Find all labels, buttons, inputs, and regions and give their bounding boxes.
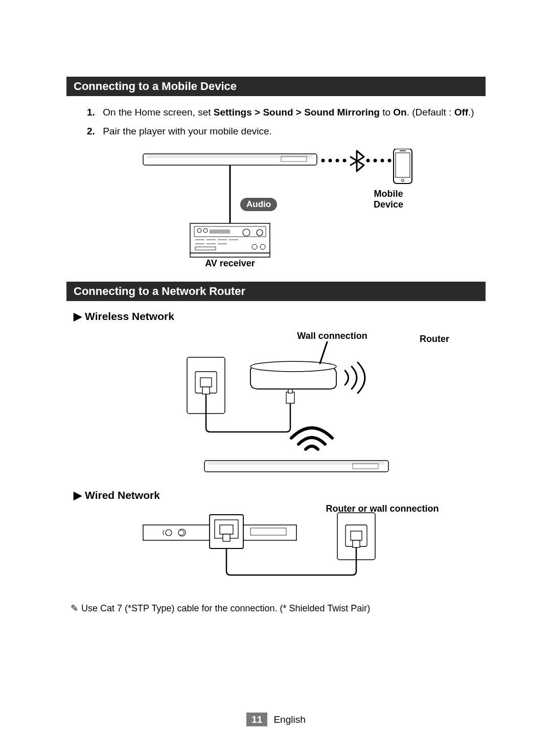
- svg-rect-39: [286, 392, 294, 403]
- heading-text: Wired Network: [85, 489, 160, 501]
- diagram-svg: [138, 506, 414, 587]
- svg-point-27: [374, 159, 377, 163]
- t: Settings > Sound > Sound Mirroring: [214, 107, 380, 118]
- section-header-mobile: Connecting to a Mobile Device: [66, 77, 486, 96]
- svg-point-23: [329, 159, 332, 163]
- svg-rect-37: [202, 387, 210, 394]
- note-text: Use Cat 7 (*STP Type) cable for the conn…: [81, 603, 370, 613]
- cable-note: ✎Use Cat 7 (*STP Type) cable for the con…: [71, 603, 486, 614]
- audio-label-pill: Audio: [240, 198, 277, 211]
- t: .): [468, 107, 474, 118]
- triangle-icon: ▶: [74, 310, 82, 322]
- svg-rect-51: [220, 525, 233, 534]
- svg-point-28: [381, 159, 384, 163]
- diagram-wireless: [158, 341, 394, 474]
- step-number: 1.: [87, 105, 100, 120]
- t: . (Default :: [407, 107, 454, 118]
- svg-point-22: [321, 159, 325, 163]
- svg-point-25: [343, 159, 347, 163]
- svg-rect-4: [190, 223, 270, 253]
- t: On the Home screen, set: [103, 107, 214, 118]
- svg-rect-57: [353, 540, 360, 547]
- page-number: 11: [246, 713, 267, 726]
- triangle-icon: ▶: [74, 489, 82, 501]
- svg-point-41: [250, 361, 336, 372]
- note-icon: ✎: [71, 603, 78, 613]
- mobile-device-label: Mobile Device: [358, 189, 419, 210]
- svg-rect-11: [210, 230, 230, 234]
- diagram-svg: [158, 341, 394, 474]
- svg-rect-5: [190, 253, 270, 257]
- step-text: Pair the player with your mobile device.: [103, 126, 272, 136]
- heading-text: Wireless Network: [85, 310, 174, 322]
- page-language: English: [273, 714, 305, 725]
- wired-heading: ▶Wired Network: [74, 489, 486, 501]
- svg-rect-36: [200, 378, 212, 387]
- diagram-mobile-connection: Audio Mobile Device AV receiver: [138, 149, 414, 266]
- page-footer: 11English: [0, 714, 552, 725]
- svg-rect-40: [288, 389, 292, 393]
- t: On: [393, 107, 406, 118]
- t: to: [380, 107, 393, 118]
- av-receiver-label: AV receiver: [190, 258, 270, 269]
- step-text: On the Home screen, set Settings > Sound…: [103, 107, 474, 118]
- svg-point-29: [388, 159, 392, 163]
- svg-point-24: [336, 159, 339, 163]
- step-1: 1. On the Home screen, set Settings > So…: [66, 105, 486, 120]
- step-2: 2. Pair the player with your mobile devi…: [66, 124, 486, 139]
- wireless-heading: ▶Wireless Network: [74, 310, 486, 323]
- svg-line-42: [320, 342, 327, 363]
- svg-rect-52: [223, 534, 230, 541]
- svg-rect-56: [351, 531, 362, 540]
- step-number: 2.: [87, 124, 100, 139]
- bluetooth-icon: [351, 151, 364, 171]
- router-label: Router: [409, 334, 460, 345]
- t: Off: [454, 107, 468, 118]
- svg-point-26: [366, 159, 370, 163]
- wall-connection-label: Wall connection: [286, 331, 378, 341]
- diagram-wired: [138, 506, 414, 587]
- svg-rect-30: [394, 149, 412, 184]
- svg-rect-44: [209, 462, 384, 465]
- section-header-router: Connecting to a Network Router: [66, 282, 486, 301]
